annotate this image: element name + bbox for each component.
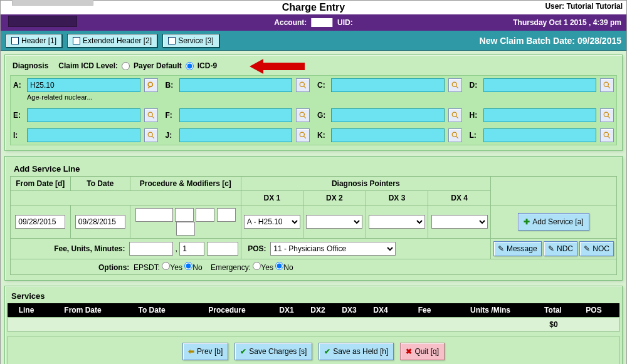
- radio-emergency-yes[interactable]: [253, 262, 261, 270]
- diag-input-c[interactable]: [331, 78, 445, 92]
- tab-service[interactable]: Service [3]: [162, 34, 219, 48]
- bottom-actions: ⬅Prev [b] ✔Save Charges [s] ✔Save as Hel…: [8, 336, 619, 364]
- radio-epsdt-yes[interactable]: [162, 262, 170, 270]
- diagnosis-panel: Diagnosis Claim ICD Level: Payer Default…: [4, 55, 623, 151]
- diag-input-h[interactable]: [483, 108, 597, 122]
- search-icon[interactable]: [296, 128, 310, 142]
- search-icon[interactable]: [600, 78, 614, 92]
- service-table: From Date [d] To Date Procedure & Modifi…: [10, 176, 617, 275]
- check-icon: ✔: [240, 347, 246, 356]
- account-label: Account:: [274, 18, 307, 27]
- to-date-input[interactable]: [75, 215, 125, 229]
- procedure-input[interactable]: [135, 208, 173, 222]
- search-icon[interactable]: [448, 108, 462, 122]
- minutes-input[interactable]: [207, 242, 238, 256]
- svg-line-16: [152, 136, 154, 138]
- ndc-button[interactable]: ✎NDC: [544, 241, 577, 256]
- account-bar: Account: UID: Thursday Oct 1 2015 , 4:39…: [1, 14, 626, 31]
- diag-input-k[interactable]: [331, 128, 445, 142]
- plus-icon: ✚: [524, 217, 530, 226]
- pos-select[interactable]: 11 - Physicians Office: [270, 242, 396, 256]
- svg-line-22: [608, 136, 610, 138]
- add-service-panel: Add Service Line From Date [d] To Date P…: [4, 156, 623, 281]
- modifier-2-input[interactable]: [196, 208, 214, 222]
- diag-label-a: A:: [13, 81, 23, 90]
- radio-emergency-no[interactable]: [275, 262, 283, 270]
- message-button[interactable]: ✎Message: [493, 241, 542, 256]
- save-charges-button[interactable]: ✔Save Charges [s]: [234, 343, 312, 360]
- icd-level-label: Claim ICD Level:: [58, 61, 118, 70]
- diagnosis-grid: A: Age-related nuclear... B: C:: [10, 75, 617, 145]
- radio-payer-default[interactable]: [122, 62, 130, 70]
- from-date-input[interactable]: [15, 215, 65, 229]
- units-input[interactable]: [179, 242, 204, 256]
- tab-bar: Header [1] Extended Header [2] Service […: [1, 31, 626, 51]
- search-icon[interactable]: [296, 78, 310, 92]
- diag-input-d[interactable]: [483, 78, 597, 92]
- add-service-title: Add Service Line: [10, 162, 617, 176]
- search-icon[interactable]: [600, 108, 614, 122]
- search-icon[interactable]: [600, 128, 614, 142]
- radio-epsdt-no[interactable]: [184, 262, 192, 270]
- diag-input-f[interactable]: [179, 108, 293, 122]
- diag-input-a[interactable]: [27, 78, 140, 92]
- redacted-patient: [8, 16, 77, 27]
- account-value: [312, 18, 333, 27]
- services-header-row: Line From Date To Date Procedure DX1 DX2…: [8, 303, 619, 317]
- search-icon[interactable]: [144, 108, 158, 122]
- modifier-4-input[interactable]: [176, 222, 195, 236]
- title-bar: Charge Entry User: Tutorial Tutorial: [1, 1, 626, 14]
- dx3-select[interactable]: [369, 215, 425, 229]
- search-icon[interactable]: [448, 128, 462, 142]
- svg-line-6: [608, 86, 610, 88]
- arrow-left-icon: ⬅: [188, 347, 194, 356]
- dx4-select[interactable]: [431, 215, 488, 229]
- page-title: Charge Entry: [282, 2, 345, 13]
- save-held-button[interactable]: ✔Save as Held [h]: [319, 343, 394, 360]
- search-icon[interactable]: [448, 78, 462, 92]
- svg-line-18: [303, 136, 306, 138]
- dx2-select[interactable]: [306, 215, 362, 229]
- tab-extended-header[interactable]: Extended Header [2]: [67, 34, 157, 48]
- tab-icon: [73, 37, 80, 44]
- diag-input-e[interactable]: [27, 108, 140, 122]
- svg-marker-0: [250, 59, 305, 74]
- close-icon: ✖: [406, 347, 412, 356]
- svg-line-12: [456, 116, 458, 118]
- diagnosis-title: Diagnosis: [13, 61, 48, 70]
- search-icon[interactable]: [296, 108, 310, 122]
- search-icon[interactable]: [144, 78, 158, 92]
- wand-icon: ✎: [584, 244, 590, 253]
- wand-icon: ✎: [548, 244, 554, 253]
- services-panel: Services Line From Date To Date Procedur…: [4, 286, 623, 364]
- add-service-button[interactable]: ✚Add Service [a]: [518, 213, 589, 231]
- annotation-arrow: [250, 58, 306, 75]
- prev-button[interactable]: ⬅Prev [b]: [182, 343, 228, 360]
- tab-icon: [11, 37, 19, 44]
- fee-input[interactable]: [129, 242, 173, 256]
- diag-input-l[interactable]: [483, 128, 597, 142]
- user-label: User: Tutorial Tutorial: [545, 2, 623, 11]
- diag-input-i[interactable]: [27, 128, 140, 142]
- dx1-select[interactable]: A - H25.10: [244, 215, 300, 229]
- diag-input-b[interactable]: [179, 78, 293, 92]
- quit-button[interactable]: ✖Quit [q]: [400, 343, 445, 360]
- diag-input-g[interactable]: [331, 108, 445, 122]
- svg-line-8: [152, 116, 154, 118]
- uid-label: UID:: [337, 18, 353, 27]
- search-icon[interactable]: [144, 128, 158, 142]
- svg-line-14: [608, 116, 610, 118]
- datetime: Thursday Oct 1 2015 , 4:39 pm: [513, 18, 621, 27]
- diag-input-j[interactable]: [179, 128, 293, 142]
- services-total-row: $0: [8, 317, 619, 332]
- wand-icon: ✎: [498, 244, 504, 253]
- tab-header[interactable]: Header [1]: [6, 34, 62, 48]
- modifier-1-input[interactable]: [175, 208, 194, 222]
- svg-line-20: [456, 136, 458, 138]
- svg-line-2: [303, 86, 306, 88]
- noc-button[interactable]: ✎NOC: [579, 241, 614, 256]
- modifier-3-input[interactable]: [217, 208, 236, 222]
- radio-icd9[interactable]: [186, 62, 194, 70]
- tab-icon: [168, 37, 176, 44]
- redacted-label: [12, 0, 93, 6]
